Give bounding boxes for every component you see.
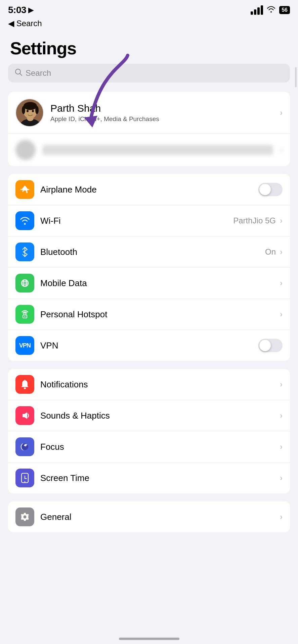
blurred-avatar <box>15 140 36 160</box>
mobile-data-row[interactable]: Mobile Data › <box>8 268 290 299</box>
signal-bar-2 <box>254 9 256 15</box>
wifi-right: ParthJio 5G › <box>233 216 283 225</box>
personal-hotspot-chevron: › <box>280 310 283 319</box>
mobile-data-icon <box>15 274 34 292</box>
status-time: 5:03 <box>8 5 26 15</box>
blurred-chevron: › <box>280 145 283 155</box>
mobile-data-label: Mobile Data <box>40 278 274 288</box>
network-settings-card: Airplane Mode Wi-Fi ParthJio 5G › <box>8 174 290 361</box>
avatar <box>15 99 44 127</box>
bluetooth-row[interactable]: Bluetooth On › <box>8 236 290 268</box>
profile-subtitle: Apple ID, iCloud+, Media & Purchases <box>50 115 273 123</box>
focus-chevron: › <box>280 442 283 451</box>
back-navigation[interactable]: ◀ Search <box>0 17 298 32</box>
bluetooth-label: Bluetooth <box>40 247 259 257</box>
sounds-haptics-chevron: › <box>280 411 283 420</box>
location-icon: ▶ <box>28 6 34 14</box>
search-bar[interactable]: Search <box>8 64 290 83</box>
airplane-mode-toggle-knob <box>259 184 271 195</box>
svg-point-26 <box>24 516 27 519</box>
general-chevron: › <box>280 512 283 522</box>
profile-card: Parth Shah Apple ID, iCloud+, Media & Pu… <box>8 92 290 166</box>
general-row[interactable]: General › <box>8 501 290 532</box>
sounds-haptics-label: Sounds & Haptics <box>40 411 274 421</box>
svg-line-12 <box>23 254 25 257</box>
screen-time-icon <box>15 469 34 487</box>
personal-hotspot-label: Personal Hotspot <box>40 309 274 320</box>
screen-time-chevron: › <box>280 473 283 483</box>
battery-indicator: 56 <box>279 6 290 14</box>
airplane-mode-icon <box>15 180 34 199</box>
notifications-chevron: › <box>280 380 283 389</box>
wifi-row[interactable]: Wi-Fi ParthJio 5G › <box>8 205 290 236</box>
general-card: General › <box>8 501 290 532</box>
screen-time-row[interactable]: Screen Time › <box>8 463 290 493</box>
status-left: 5:03 ▶ <box>8 5 34 15</box>
wifi-chevron: › <box>280 216 283 225</box>
scrollbar[interactable] <box>295 67 297 87</box>
blurred-text <box>42 145 273 155</box>
notifications-row[interactable]: Notifications › <box>8 369 290 400</box>
vpn-toggle[interactable] <box>258 339 283 352</box>
screen-time-label: Screen Time <box>40 473 274 483</box>
sounds-haptics-icon <box>15 406 34 425</box>
sounds-haptics-row[interactable]: Sounds & Haptics › <box>8 400 290 431</box>
svg-point-9 <box>35 106 39 114</box>
svg-point-11 <box>32 110 34 112</box>
general-icon <box>15 507 34 526</box>
system-settings-card: Notifications › Sounds & Haptics › Focus <box>8 369 290 493</box>
home-indicator <box>119 638 179 640</box>
focus-icon <box>15 437 34 456</box>
search-placeholder: Search <box>26 68 51 78</box>
svg-point-8 <box>22 106 25 114</box>
svg-marker-21 <box>23 412 27 419</box>
focus-label: Focus <box>40 442 274 452</box>
svg-line-13 <box>23 247 25 250</box>
bluetooth-icon <box>15 243 34 261</box>
vpn-icon: VPN <box>15 336 34 355</box>
svg-point-25 <box>25 481 26 482</box>
svg-point-20 <box>24 387 26 389</box>
personal-hotspot-icon <box>15 305 34 324</box>
signal-bar-4 <box>261 5 263 15</box>
bluetooth-chevron: › <box>280 247 283 257</box>
vpn-row[interactable]: VPN VPN <box>8 330 290 361</box>
vpn-toggle-knob <box>259 340 271 351</box>
svg-point-18 <box>25 316 26 317</box>
vpn-label: VPN <box>40 340 252 351</box>
airplane-mode-label: Airplane Mode <box>40 184 252 195</box>
profile-row[interactable]: Parth Shah Apple ID, iCloud+, Media & Pu… <box>8 92 290 134</box>
profile-chevron: › <box>280 108 283 117</box>
personal-hotspot-row[interactable]: Personal Hotspot › <box>8 299 290 330</box>
airplane-mode-row[interactable]: Airplane Mode <box>8 174 290 205</box>
general-label: General <box>40 512 274 522</box>
notifications-icon <box>15 375 34 394</box>
svg-line-2 <box>20 73 22 75</box>
profile-info: Parth Shah Apple ID, iCloud+, Media & Pu… <box>50 103 273 123</box>
wifi-label: Wi-Fi <box>40 216 227 226</box>
page-title: Settings <box>0 32 298 64</box>
back-label[interactable]: ◀ Search <box>8 19 42 28</box>
profile-name: Parth Shah <box>50 103 273 114</box>
notifications-label: Notifications <box>40 379 274 390</box>
signal-bar-1 <box>251 11 253 15</box>
wifi-icon <box>15 211 34 230</box>
svg-point-10 <box>27 110 29 112</box>
status-right: 56 <box>251 5 290 15</box>
signal-bars <box>251 5 263 15</box>
mobile-data-chevron: › <box>280 278 283 288</box>
airplane-mode-toggle[interactable] <box>258 183 283 196</box>
search-icon <box>15 68 22 78</box>
wifi-status-icon <box>266 5 276 15</box>
wifi-value: ParthJio 5G <box>233 216 276 225</box>
bluetooth-right: On › <box>265 247 283 257</box>
signal-bar-3 <box>257 7 260 15</box>
focus-row[interactable]: Focus › <box>8 431 290 463</box>
vpn-text: VPN <box>19 342 31 349</box>
status-bar: 5:03 ▶ 56 <box>0 0 298 17</box>
blurred-account-row: › <box>8 134 290 166</box>
bluetooth-value: On <box>265 247 276 257</box>
svg-point-7 <box>24 102 37 110</box>
